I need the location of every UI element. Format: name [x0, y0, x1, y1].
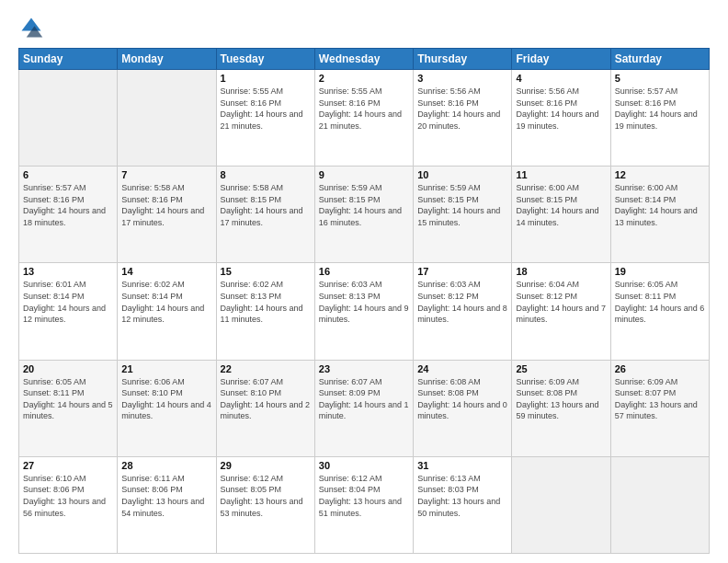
day-info: Sunrise: 6:12 AMSunset: 8:04 PMDaylight:…: [319, 473, 409, 519]
day-info: Sunrise: 6:01 AMSunset: 8:14 PMDaylight:…: [23, 279, 113, 325]
day-info: Sunrise: 6:08 AMSunset: 8:08 PMDaylight:…: [417, 376, 507, 422]
day-number: 28: [121, 460, 211, 471]
weekday-header: Monday: [118, 49, 216, 70]
calendar-day-cell: 1Sunrise: 5:55 AMSunset: 8:16 PMDaylight…: [216, 70, 314, 167]
day-number: 19: [615, 266, 705, 277]
day-number: 4: [516, 73, 606, 84]
calendar-day-cell: 16Sunrise: 6:03 AMSunset: 8:13 PMDayligh…: [314, 263, 413, 360]
calendar-day-cell: 18Sunrise: 6:04 AMSunset: 8:12 PMDayligh…: [512, 263, 610, 360]
calendar-day-cell: 31Sunrise: 6:13 AMSunset: 8:03 PMDayligh…: [414, 456, 512, 553]
day-number: 14: [121, 266, 211, 277]
calendar-day-cell: 28Sunrise: 6:11 AMSunset: 8:06 PMDayligh…: [118, 456, 216, 553]
day-info: Sunrise: 6:05 AMSunset: 8:11 PMDaylight:…: [615, 279, 705, 325]
calendar-day-cell: 12Sunrise: 6:00 AMSunset: 8:14 PMDayligh…: [610, 167, 709, 263]
day-number: 27: [23, 460, 113, 471]
day-info: Sunrise: 5:59 AMSunset: 8:15 PMDaylight:…: [417, 182, 507, 228]
day-number: 1: [221, 73, 311, 84]
calendar-day-cell: 23Sunrise: 6:07 AMSunset: 8:09 PMDayligh…: [314, 360, 413, 456]
day-info: Sunrise: 6:00 AMSunset: 8:14 PMDaylight:…: [615, 182, 705, 228]
day-info: Sunrise: 6:06 AMSunset: 8:10 PMDaylight:…: [121, 376, 211, 422]
calendar-table: SundayMondayTuesdayWednesdayThursdayFrid…: [18, 48, 710, 554]
calendar-day-cell: 17Sunrise: 6:03 AMSunset: 8:12 PMDayligh…: [414, 263, 512, 360]
day-number: 18: [516, 266, 606, 277]
calendar-week-row: 27Sunrise: 6:10 AMSunset: 8:06 PMDayligh…: [19, 456, 710, 553]
calendar-day-cell: 13Sunrise: 6:01 AMSunset: 8:14 PMDayligh…: [19, 263, 118, 360]
day-info: Sunrise: 6:07 AMSunset: 8:10 PMDaylight:…: [221, 376, 311, 422]
weekday-header: Saturday: [610, 49, 709, 70]
calendar-day-cell: 21Sunrise: 6:06 AMSunset: 8:10 PMDayligh…: [118, 360, 216, 456]
day-info: Sunrise: 5:55 AMSunset: 8:16 PMDaylight:…: [319, 86, 409, 132]
day-info: Sunrise: 6:12 AMSunset: 8:05 PMDaylight:…: [221, 473, 311, 519]
day-number: 5: [615, 73, 705, 84]
calendar-day-cell: 15Sunrise: 6:02 AMSunset: 8:13 PMDayligh…: [216, 263, 314, 360]
day-number: 24: [417, 363, 507, 374]
day-info: Sunrise: 6:09 AMSunset: 8:08 PMDaylight:…: [516, 376, 606, 422]
day-info: Sunrise: 6:13 AMSunset: 8:03 PMDaylight:…: [417, 473, 507, 519]
calendar-day-cell: 26Sunrise: 6:09 AMSunset: 8:07 PMDayligh…: [610, 360, 709, 456]
calendar-day-cell: 3Sunrise: 5:56 AMSunset: 8:16 PMDaylight…: [414, 70, 512, 167]
day-info: Sunrise: 6:00 AMSunset: 8:15 PMDaylight:…: [516, 182, 606, 228]
day-info: Sunrise: 6:04 AMSunset: 8:12 PMDaylight:…: [516, 279, 606, 325]
day-info: Sunrise: 6:02 AMSunset: 8:14 PMDaylight:…: [121, 279, 211, 325]
calendar-week-row: 1Sunrise: 5:55 AMSunset: 8:16 PMDaylight…: [19, 70, 710, 167]
header: [18, 15, 710, 40]
calendar-day-cell: 9Sunrise: 5:59 AMSunset: 8:15 PMDaylight…: [314, 167, 413, 263]
svg-marker-0: [22, 18, 41, 31]
calendar-day-cell: 14Sunrise: 6:02 AMSunset: 8:14 PMDayligh…: [118, 263, 216, 360]
day-info: Sunrise: 6:10 AMSunset: 8:06 PMDaylight:…: [23, 473, 113, 519]
calendar-week-row: 20Sunrise: 6:05 AMSunset: 8:11 PMDayligh…: [19, 360, 710, 456]
calendar-day-cell: 2Sunrise: 5:55 AMSunset: 8:16 PMDaylight…: [314, 70, 413, 167]
day-info: Sunrise: 6:09 AMSunset: 8:07 PMDaylight:…: [615, 376, 705, 422]
day-number: 12: [615, 169, 705, 180]
day-number: 13: [23, 266, 113, 277]
weekday-header: Thursday: [414, 49, 512, 70]
weekday-header: Sunday: [19, 49, 118, 70]
day-number: 3: [417, 73, 507, 84]
calendar-day-cell: 24Sunrise: 6:08 AMSunset: 8:08 PMDayligh…: [414, 360, 512, 456]
page: SundayMondayTuesdayWednesdayThursdayFrid…: [0, 0, 728, 563]
day-info: Sunrise: 6:11 AMSunset: 8:06 PMDaylight:…: [121, 473, 211, 519]
day-number: 7: [121, 169, 211, 180]
calendar-day-cell: 5Sunrise: 5:57 AMSunset: 8:16 PMDaylight…: [610, 70, 709, 167]
calendar-day-cell: 27Sunrise: 6:10 AMSunset: 8:06 PMDayligh…: [19, 456, 118, 553]
day-number: 17: [417, 266, 507, 277]
weekday-header: Wednesday: [314, 49, 413, 70]
calendar-day-cell: 20Sunrise: 6:05 AMSunset: 8:11 PMDayligh…: [19, 360, 118, 456]
day-info: Sunrise: 6:05 AMSunset: 8:11 PMDaylight:…: [23, 376, 113, 422]
weekday-header: Tuesday: [216, 49, 314, 70]
day-number: 25: [516, 363, 606, 374]
day-info: Sunrise: 5:58 AMSunset: 8:16 PMDaylight:…: [121, 182, 211, 228]
calendar-day-cell: 30Sunrise: 6:12 AMSunset: 8:04 PMDayligh…: [314, 456, 413, 553]
day-info: Sunrise: 6:03 AMSunset: 8:12 PMDaylight:…: [417, 279, 507, 325]
calendar-week-row: 13Sunrise: 6:01 AMSunset: 8:14 PMDayligh…: [19, 263, 710, 360]
day-number: 11: [516, 169, 606, 180]
day-info: Sunrise: 5:57 AMSunset: 8:16 PMDaylight:…: [23, 182, 113, 228]
calendar-day-cell: 7Sunrise: 5:58 AMSunset: 8:16 PMDaylight…: [118, 167, 216, 263]
day-number: 26: [615, 363, 705, 374]
day-number: 8: [221, 169, 311, 180]
day-number: 29: [221, 460, 311, 471]
logo-icon: [18, 15, 44, 40]
day-number: 22: [221, 363, 311, 374]
day-info: Sunrise: 5:56 AMSunset: 8:16 PMDaylight:…: [516, 86, 606, 132]
day-number: 31: [417, 460, 507, 471]
calendar-day-cell: 29Sunrise: 6:12 AMSunset: 8:05 PMDayligh…: [216, 456, 314, 553]
calendar-day-cell: 25Sunrise: 6:09 AMSunset: 8:08 PMDayligh…: [512, 360, 610, 456]
calendar-week-row: 6Sunrise: 5:57 AMSunset: 8:16 PMDaylight…: [19, 167, 710, 263]
day-info: Sunrise: 6:03 AMSunset: 8:13 PMDaylight:…: [319, 279, 409, 325]
calendar-day-cell: 22Sunrise: 6:07 AMSunset: 8:10 PMDayligh…: [216, 360, 314, 456]
day-info: Sunrise: 5:58 AMSunset: 8:15 PMDaylight:…: [221, 182, 311, 228]
day-number: 6: [23, 169, 113, 180]
day-number: 10: [417, 169, 507, 180]
day-info: Sunrise: 6:07 AMSunset: 8:09 PMDaylight:…: [319, 376, 409, 422]
day-number: 16: [319, 266, 409, 277]
day-info: Sunrise: 5:56 AMSunset: 8:16 PMDaylight:…: [417, 86, 507, 132]
calendar-day-cell: [118, 70, 216, 167]
day-number: 21: [121, 363, 211, 374]
calendar-day-cell: 10Sunrise: 5:59 AMSunset: 8:15 PMDayligh…: [414, 167, 512, 263]
day-number: 2: [319, 73, 409, 84]
calendar-day-cell: 11Sunrise: 6:00 AMSunset: 8:15 PMDayligh…: [512, 167, 610, 263]
calendar-header-row: SundayMondayTuesdayWednesdayThursdayFrid…: [19, 49, 710, 70]
day-info: Sunrise: 5:59 AMSunset: 8:15 PMDaylight:…: [319, 182, 409, 228]
day-number: 30: [319, 460, 409, 471]
